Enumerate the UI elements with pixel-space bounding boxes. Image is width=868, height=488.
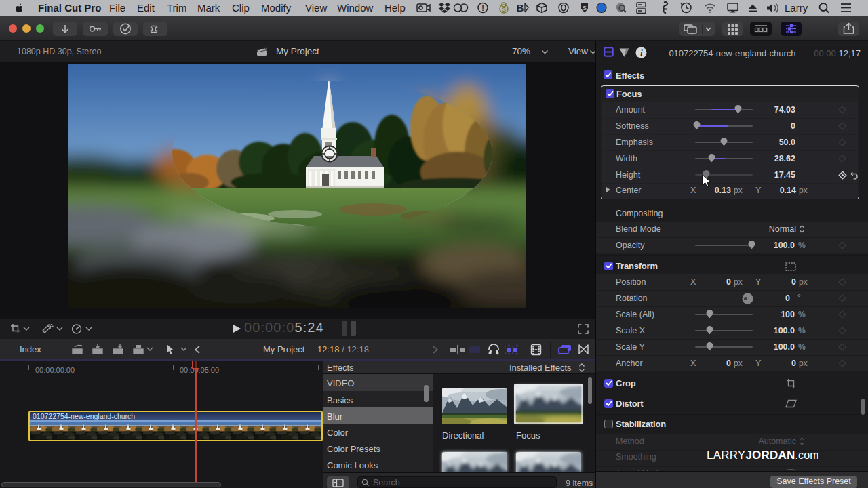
svg-text:B: B (517, 2, 524, 14)
svg-text:S: S (583, 4, 587, 12)
svg-text:S: S (502, 6, 506, 13)
svg-text:!: ! (481, 4, 484, 12)
